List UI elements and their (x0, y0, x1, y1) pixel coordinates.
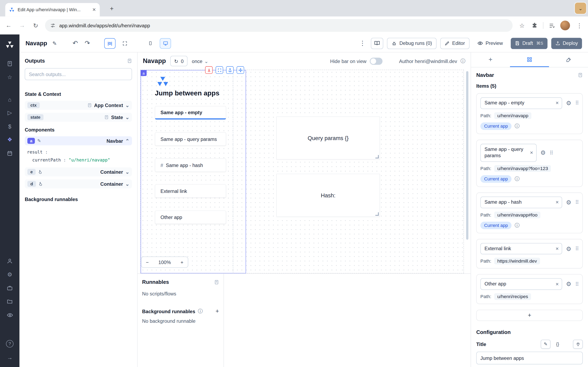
favorites-star-icon[interactable]: ☆ (0, 72, 20, 83)
workers-briefcase-icon[interactable] (0, 282, 20, 294)
redo-icon[interactable]: ↷ (83, 39, 91, 47)
drag-handle-icon[interactable]: ⠿ (575, 281, 579, 287)
editor-button[interactable]: Editor (440, 38, 469, 49)
path-value[interactable]: u/henri/recipes (494, 293, 531, 300)
expand-icon[interactable] (216, 66, 223, 74)
clear-icon[interactable]: ✕ (555, 246, 559, 251)
reload-icon[interactable]: ↻ (31, 22, 40, 29)
info-icon[interactable]: ⓘ (515, 222, 520, 229)
app-canvas[interactable]: a (140, 70, 464, 273)
chevron-up-icon[interactable]: ⌃ (125, 138, 130, 144)
resources-modules-icon[interactable]: ❖ (0, 134, 20, 145)
extensions-icon[interactable] (531, 22, 538, 29)
more-options-kebab-icon[interactable]: ⋮ (358, 39, 367, 47)
title-value-input[interactable] (476, 352, 583, 364)
zoom-out-button[interactable]: − (146, 259, 149, 265)
rename-pencil-icon[interactable]: ✎ (51, 40, 58, 46)
nav-item-external-link[interactable]: External link (155, 184, 226, 198)
chevron-down-icon[interactable]: ⌄ (125, 102, 130, 108)
item-settings-gear-icon[interactable]: ⚙ (566, 100, 571, 107)
move-icon[interactable] (237, 66, 244, 74)
browser-menu-icon[interactable]: ⋮ (575, 22, 584, 29)
tab-close-icon[interactable]: ✕ (92, 7, 96, 12)
variables-dollar-icon[interactable]: $ (0, 120, 20, 132)
users-person-icon[interactable] (0, 256, 20, 267)
hash-container[interactable]: Hash: (277, 174, 380, 217)
desktop-view-icon[interactable] (160, 38, 171, 48)
run-mode-dropdown[interactable]: once ⌄ (192, 58, 208, 64)
state-row[interactable]: state State ⌄ (25, 113, 132, 122)
nav-item-same-app-empty[interactable]: Same app - empty (155, 106, 226, 119)
clear-icon[interactable]: ✕ (555, 282, 559, 287)
add-item-button[interactable]: + (476, 310, 583, 321)
item-settings-gear-icon[interactable]: ⚙ (540, 149, 546, 156)
preview-button[interactable]: Preview (473, 38, 507, 49)
clear-icon[interactable]: ✕ (555, 200, 559, 205)
schedules-calendar-icon[interactable] (0, 148, 20, 159)
refresh-count-button[interactable]: ↻ 0 (171, 56, 187, 66)
fullscreen-icon[interactable] (119, 38, 130, 48)
item-settings-gear-icon[interactable]: ⚙ (566, 281, 571, 288)
ctx-row[interactable]: ctx App Context ⌄ (25, 101, 132, 110)
path-value[interactable]: u/henri/navapp?foo=123 (494, 165, 551, 172)
settings-gear-icon[interactable]: ⚙ (0, 269, 20, 280)
mobile-view-icon[interactable] (145, 38, 156, 48)
path-value[interactable]: https://windmill.dev (494, 258, 540, 265)
component-row-navbar[interactable]: a ✎ Navbar ⌃ (25, 136, 132, 145)
code-expression-icon[interactable]: {} (553, 340, 562, 349)
browser-tab[interactable]: Edit App u/henri/navapp | Win... ✕ (5, 3, 100, 17)
connect-plug-icon[interactable] (573, 340, 583, 349)
collapse-sidebar-arrow-icon[interactable]: → (0, 352, 20, 363)
item-label-input[interactable]: Same app - query params ✕ (480, 144, 537, 162)
clear-icon[interactable]: ✕ (555, 100, 559, 106)
doc-icon[interactable] (578, 72, 583, 77)
draft-button[interactable]: Draft ⌘S (511, 38, 547, 49)
item-label-input[interactable]: Same app - empty ✕ (480, 98, 562, 109)
item-settings-gear-icon[interactable]: ⚙ (566, 199, 571, 206)
drag-handle-icon[interactable]: ⠿ (549, 150, 553, 156)
zoom-in-button[interactable]: + (181, 259, 183, 265)
nav-item-same-app-query-params[interactable]: Same app - query params (155, 132, 226, 146)
anchor-icon[interactable] (226, 66, 234, 74)
browser-avatar[interactable] (560, 21, 570, 30)
item-label-input[interactable]: Same app - hash ✕ (480, 197, 562, 208)
clear-icon[interactable]: ✕ (530, 150, 533, 155)
path-value[interactable]: u/henri/navapp (494, 112, 531, 119)
static-value-pencil-icon[interactable]: ✎ (541, 340, 551, 349)
item-label-input[interactable]: Other app ✕ (480, 278, 562, 290)
chevron-down-icon[interactable]: ⌄ (125, 169, 130, 175)
query-params-container[interactable]: Query params {} (277, 117, 380, 159)
add-background-runnable-button[interactable]: + (215, 308, 219, 315)
back-icon[interactable]: ← (4, 22, 13, 29)
item-settings-gear-icon[interactable]: ⚙ (566, 245, 571, 252)
component-row-container-d[interactable]: d Container ⌄ (25, 179, 132, 188)
item-label-input[interactable]: External link ✕ (480, 243, 562, 254)
browser-profile-chevron-button[interactable]: ⌄ (574, 2, 587, 15)
pencil-icon[interactable]: ✎ (37, 138, 41, 143)
new-tab-button[interactable]: + (107, 4, 117, 14)
apps-notebook-icon[interactable] (0, 58, 20, 69)
tab-insert-plus-icon[interactable]: + (471, 52, 510, 67)
info-icon[interactable]: ⓘ (515, 175, 520, 182)
doc-icon[interactable] (127, 58, 132, 63)
bookmark-star-icon[interactable]: ☆ (518, 22, 526, 29)
drag-handle-icon[interactable]: ⠿ (575, 246, 579, 252)
toggle-panels-button[interactable]: |0| (104, 38, 116, 48)
chevron-down-icon[interactable]: ⌄ (125, 181, 130, 187)
docs-book-button[interactable] (371, 38, 383, 49)
site-settings-icon[interactable] (50, 23, 56, 28)
search-outputs-input[interactable] (25, 68, 132, 80)
deploy-button[interactable]: Deploy (551, 38, 582, 49)
chevron-down-icon[interactable]: ⌄ (125, 114, 130, 120)
drag-handle-icon[interactable]: ⠿ (575, 100, 579, 106)
forward-icon[interactable]: → (18, 22, 26, 29)
folders-icon[interactable] (0, 296, 20, 307)
info-icon[interactable]: ⓘ (198, 308, 203, 315)
help-icon[interactable]: ? (0, 338, 20, 350)
undo-icon[interactable]: ↶ (71, 39, 79, 47)
hide-bar-toggle[interactable] (370, 58, 382, 65)
nav-item-other-app[interactable]: Other app (155, 210, 226, 224)
tab-styling-brush-icon[interactable] (549, 52, 588, 67)
audit-eye-icon[interactable] (0, 309, 20, 320)
info-icon[interactable]: ⓘ (515, 123, 520, 129)
